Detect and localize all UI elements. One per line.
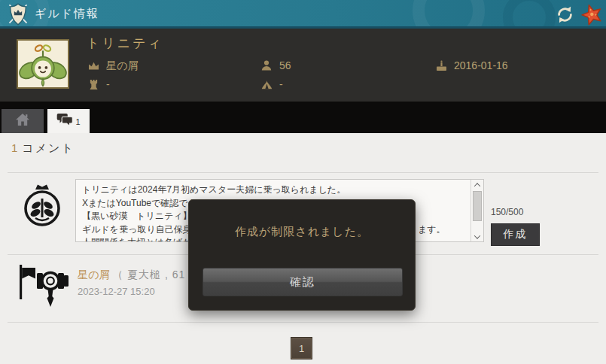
guild-emblem-mono-icon (21, 183, 63, 228)
title-bar: ギルド情報 (0, 0, 606, 29)
guild-tower-value: - (106, 78, 110, 90)
guild-camp-stat: - (260, 78, 283, 90)
guild-founded-value: 2016-01-16 (454, 59, 508, 71)
comments-badge: 1 (75, 117, 80, 126)
comments-heading-label: コメント (22, 141, 74, 154)
starfish-favorite-icon[interactable] (581, 4, 603, 26)
guild-summary-panel: トリニティ 星の屑 - 56 - (0, 29, 606, 102)
comment-author-info: （ 夏大槌 , 61 ） (112, 268, 200, 281)
restriction-dialog: 作成が制限されました。 確認 (188, 199, 416, 311)
refresh-icon[interactable] (555, 5, 575, 25)
tab-comments[interactable]: 1 (47, 109, 90, 133)
guild-master-value: 星の屑 (106, 59, 138, 73)
wave-decoration (413, 0, 485, 29)
divider (8, 172, 598, 173)
scroll-down-button[interactable] (471, 232, 483, 241)
scrollbar-thumb[interactable] (473, 191, 482, 221)
wave-decoration (503, 0, 556, 29)
page-1-button[interactable]: 1 (291, 337, 312, 359)
speech-bubbles-icon (56, 113, 73, 130)
confirm-button[interactable]: 確認 (203, 268, 403, 296)
comment-author-row: 星の屑 （ 夏大槌 , 61 ） (78, 268, 200, 282)
guild-members-stat: 56 (260, 59, 291, 71)
rook-icon (87, 79, 100, 90)
char-counter: 150/500 (491, 207, 523, 217)
guild-tower-stat: - (87, 78, 110, 90)
create-comment-button[interactable]: 作成 (491, 223, 540, 246)
guild-camp-value: - (279, 78, 283, 90)
war-hammer-banner-icon (17, 264, 75, 308)
tab-bar: 1 (0, 102, 606, 133)
tent-icon (260, 80, 273, 89)
comments-heading: 1コメント (11, 141, 75, 156)
dialog-message: 作成が制限されました。 (189, 225, 415, 239)
comment-timestamp: 2023-12-27 15:20 (78, 286, 155, 297)
divider (8, 322, 598, 323)
scroll-up-button[interactable] (471, 180, 483, 190)
textarea-scrollbar[interactable] (470, 180, 483, 241)
guild-emblem (17, 39, 69, 89)
shield-crown-icon (8, 3, 29, 26)
guild-name: トリニティ (87, 35, 163, 52)
home-icon (15, 113, 30, 129)
tab-home[interactable] (2, 109, 44, 133)
guild-master-stat: 星の屑 (87, 59, 138, 73)
page-title: ギルド情報 (35, 7, 99, 21)
guild-info-window: ギルド情報 (0, 0, 606, 364)
crown-icon (87, 62, 100, 71)
guild-founded-stat: 2016-01-16 (434, 59, 508, 71)
comment-author-link[interactable]: 星の屑 (78, 268, 109, 281)
guild-members-value: 56 (279, 59, 291, 71)
person-icon (260, 60, 273, 71)
cake-icon (434, 60, 448, 71)
comments-count: 1 (11, 141, 19, 154)
